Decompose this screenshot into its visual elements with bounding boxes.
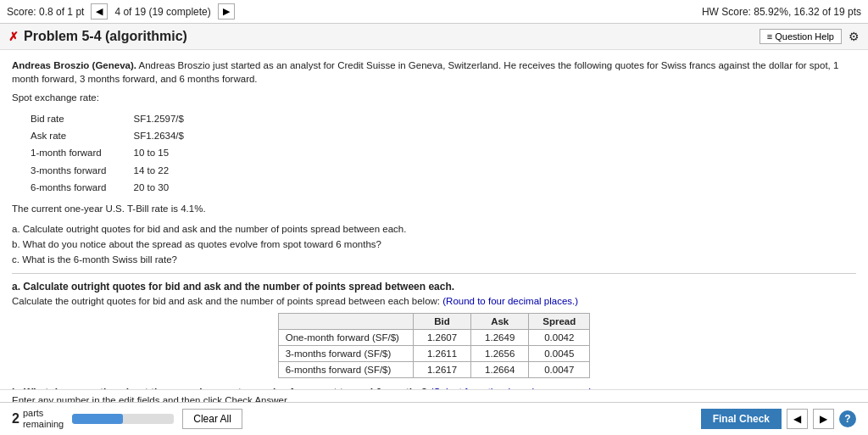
hw-score: HW Score: 85.92%, 16.32 of 19 pts <box>702 6 861 18</box>
author-name: Andreas Broszio (Geneva). <box>12 60 136 70</box>
table-row-1m: One-month forward (SF/$) 1.2607 1.2649 0… <box>278 330 590 346</box>
rate-row-bid: Bid rate SF1.2597/$ <box>31 111 209 126</box>
section-a-heading: a. Calculate outright quotes for bid and… <box>12 281 856 293</box>
nav-info: 4 of 19 (19 complete) <box>114 6 210 18</box>
rate-label: 3-months forward <box>31 163 131 178</box>
section-a-instruction: Calculate the outright quotes for bid an… <box>12 296 856 306</box>
spread-1m: 0.0042 <box>529 330 590 346</box>
problem-title-container: ✗ Problem 5-4 (algorithmic) <box>8 29 187 44</box>
ask-6m: 1.2664 <box>471 362 529 378</box>
rate-label: 1-month forward <box>31 145 131 160</box>
nav-next-button[interactable]: ▶ <box>218 3 235 20</box>
spread-6m: 0.0047 <box>529 362 590 378</box>
questions-list: a. Calculate outright quotes for bid and… <box>12 222 856 266</box>
ask-3m: 1.2656 <box>471 346 529 362</box>
gear-icon[interactable]: ⚙ <box>849 30 860 43</box>
section-divider-1 <box>12 273 856 274</box>
footer-nav-next[interactable]: ▶ <box>813 409 834 410</box>
parts-remaining-container: 2 partsremaining <box>12 408 64 410</box>
top-bar-left: Score: 0.8 of 1 pt ◀ 4 of 19 (19 complet… <box>7 3 235 20</box>
rate-label: Ask rate <box>31 128 131 143</box>
rate-value: SF1.2634/$ <box>133 128 209 143</box>
question-b: b. What do you notice about the spread a… <box>12 237 856 251</box>
section-a: a. Calculate outright quotes for bid and… <box>12 281 856 378</box>
rate-row-3m: 3-months forward 14 to 22 <box>31 163 209 178</box>
col-header-bid: Bid <box>413 314 470 330</box>
rate-label: 6-months forward <box>31 180 131 195</box>
exchange-rate-table: Bid rate SF1.2597/$ Ask rate SF1.2634/$ … <box>29 109 211 196</box>
table-row-3m: 3-months forward (SF/$) 1.2611 1.2656 0.… <box>278 346 590 362</box>
exchange-label: Spot exchange rate: <box>12 91 856 104</box>
top-bar: Score: 0.8 of 1 pt ◀ 4 of 19 (19 complet… <box>0 0 868 24</box>
question-a: a. Calculate outright quotes for bid and… <box>12 222 856 236</box>
table-row-6m: 6-months forward (SF/$) 1.2617 1.2664 0.… <box>278 362 590 378</box>
score-display: Score: 0.8 of 1 pt <box>7 6 84 18</box>
ask-1m: 1.2649 <box>471 330 529 346</box>
rate-row-1m: 1-month forward 10 to 15 <box>31 145 209 160</box>
problem-description-text: Andreas Broszio just started as an analy… <box>12 60 838 84</box>
footer-left: 2 partsremaining Clear All <box>12 408 242 410</box>
col-header-spread: Spread <box>529 314 590 330</box>
rate-row-6m: 6-months forward 20 to 30 <box>31 180 209 195</box>
row-label-1m: One-month forward (SF/$) <box>278 330 413 346</box>
problem-header: ✗ Problem 5-4 (algorithmic) ≡ Question H… <box>0 24 868 50</box>
col-header-ask: Ask <box>471 314 529 330</box>
question-c: c. What is the 6-month Swiss bill rate? <box>12 253 856 266</box>
problem-description: Andreas Broszio (Geneva). Andreas Broszi… <box>12 59 856 266</box>
parts-unit: partsremaining <box>23 408 64 410</box>
footer-nav-prev[interactable]: ◀ <box>787 409 808 410</box>
row-label-6m: 6-months forward (SF/$) <box>278 362 413 378</box>
bid-6m: 1.2617 <box>413 362 470 378</box>
rate-value: 10 to 15 <box>133 145 209 160</box>
tbill-rate-text: The current one-year U.S. T-Bill rate is… <box>12 202 856 215</box>
problem-title: Problem 5-4 (algorithmic) <box>24 29 187 44</box>
rate-value: 14 to 22 <box>133 163 209 178</box>
clear-all-button[interactable]: Clear All <box>182 409 242 410</box>
rate-row-ask: Ask rate SF1.2634/$ <box>31 128 209 143</box>
rate-value: SF1.2597/$ <box>133 111 209 126</box>
col-header-label <box>278 314 413 330</box>
rate-label: Bid rate <box>31 111 131 126</box>
section-a-round-note: (Round to four decimal places.) <box>442 296 578 306</box>
main-content: Andreas Broszio (Geneva). Andreas Broszi… <box>0 50 868 389</box>
final-check-button[interactable]: Final Check <box>701 409 782 410</box>
rate-value: 20 to 30 <box>133 180 209 195</box>
problem-header-right: ≡ Question Help ⚙ <box>760 29 860 44</box>
row-label-3m: 3-months forward (SF/$) <box>278 346 413 362</box>
footer-bar: 2 partsremaining Clear All Final Check ◀… <box>0 402 868 410</box>
bid-3m: 1.2611 <box>413 346 470 362</box>
spread-3m: 0.0045 <box>529 346 590 362</box>
outright-quotes-table: Bid Ask Spread One-month forward (SF/$) … <box>278 313 591 378</box>
section-b-note: (Select from the drop-down menus.) <box>430 387 592 389</box>
problem-icon: ✗ <box>8 30 19 43</box>
footer-right: Final Check ◀ ▶ ? <box>701 409 856 410</box>
bid-1m: 1.2607 <box>413 330 470 346</box>
question-help-button[interactable]: ≡ Question Help <box>760 29 842 44</box>
nav-prev-button[interactable]: ◀ <box>91 3 108 20</box>
